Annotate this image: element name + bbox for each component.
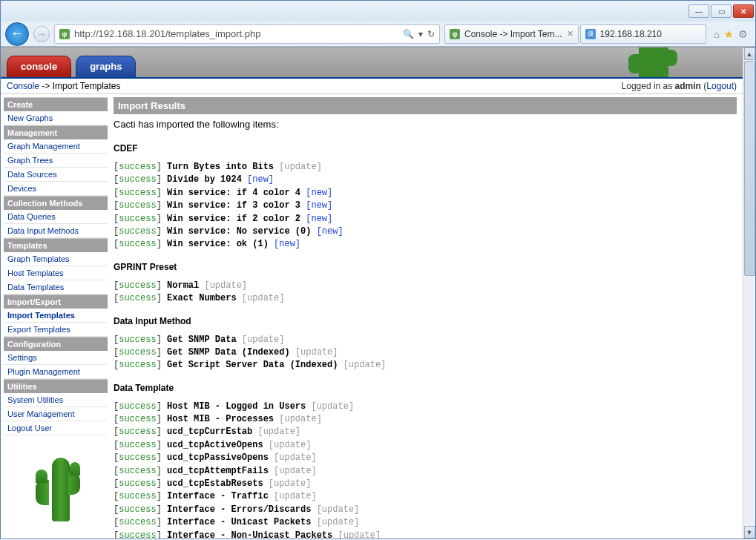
nav-header: Create (4, 97, 108, 111)
search-icon[interactable]: 🔍 (403, 29, 414, 39)
result-line: [success] Interface - Traffic [update] (114, 490, 737, 503)
current-user: admin (675, 81, 701, 91)
result-line: [success] Win service: if 3 color 3 [new… (114, 200, 737, 212)
nav-item-data-queries[interactable]: Data Queries (4, 210, 108, 224)
result-group-label: CDEF (114, 143, 737, 154)
address-bar: ← → ψ 🔍 ▾ ↻ ψ Console -> Import Tem... ✕… (1, 22, 755, 47)
main-area: CreateNew GraphsManagementGraph Manageme… (1, 94, 743, 539)
toolbar-right: ⌂ ★ ⚙ (711, 28, 751, 40)
browser-tab-1[interactable]: ψ Console -> Import Tem... ✕ (444, 24, 579, 44)
logged-in-label: Logged in as (622, 81, 675, 91)
page-viewport: console graphs Console -> Import Templat… (1, 47, 755, 539)
browser-tabs: ψ Console -> Import Tem... ✕ 缓 192.168.1… (444, 24, 706, 44)
titlebar: — ▭ ✕ (1, 1, 755, 22)
result-line: [success] Turn Bytes into Bits [update] (114, 161, 737, 174)
cacti-header: console graphs (1, 47, 743, 79)
nav-item-plugin-management[interactable]: Plugin Management (4, 365, 108, 379)
settings-icon[interactable]: ⚙ (738, 28, 748, 40)
result-line: [success] Win service: if 2 color 2 [new… (114, 213, 737, 225)
logout-link[interactable]: Logout (706, 81, 734, 91)
result-line: [success] Divide by 1024 [new] (114, 174, 737, 186)
refresh-icon[interactable]: ↻ (427, 29, 435, 39)
result-line: [success] Win service: No service (0) [n… (114, 225, 737, 238)
browser-window: — ▭ ✕ ← → ψ 🔍 ▾ ↻ ψ Console -> Import Te… (0, 0, 756, 539)
result-line: [success] Win service: ok (1) [new] (114, 238, 737, 251)
nav-item-settings[interactable]: Settings (4, 351, 108, 365)
result-line: [success] Get SNMP Data (Indexed) [updat… (114, 346, 737, 359)
paren-close: ) (734, 81, 737, 91)
nav-forward-button[interactable]: → (33, 26, 50, 42)
scroll-down-icon[interactable]: ▼ (744, 526, 755, 539)
section-title: Import Results (114, 97, 737, 114)
result-line: [success] Host MIB - Processes [update] (114, 413, 737, 426)
nav-item-new-graphs[interactable]: New Graphs (4, 111, 108, 125)
nav-item-data-templates[interactable]: Data Templates (4, 280, 108, 294)
nav-header: Collection Methods (4, 196, 108, 210)
result-group-label: Data Template (114, 383, 737, 393)
nav-item-import-templates[interactable]: Import Templates (4, 309, 108, 323)
nav-item-user-management[interactable]: User Management (4, 407, 108, 421)
url-dropdown-icon[interactable]: ▾ (418, 29, 423, 39)
nav-header: Utilities (4, 379, 108, 393)
result-line: [success] Interface - Errors/Discards [u… (114, 504, 737, 516)
nav-item-graph-management[interactable]: Graph Management (4, 139, 108, 154)
scroll-up-icon[interactable]: ▲ (744, 47, 755, 60)
result-line: [success] Win service: if 4 color 4 [new… (114, 187, 737, 200)
scroll-thumb[interactable] (744, 61, 755, 276)
browser-tab-2[interactable]: 缓 192.168.18.210 (580, 24, 706, 44)
cacti-logo-icon (30, 450, 82, 524)
result-line: [success] Host MIB - Logged in Users [up… (114, 401, 737, 413)
result-list: [success] Normal [update][success] Exact… (114, 280, 737, 306)
generic-favicon-icon: 缓 (585, 29, 596, 39)
minimize-button[interactable]: — (688, 4, 709, 18)
nav-item-graph-templates[interactable]: Graph Templates (4, 252, 108, 266)
result-line: [success] Get SNMP Data [update] (114, 334, 737, 346)
nav-item-data-sources[interactable]: Data Sources (4, 168, 108, 182)
nav-item-host-templates[interactable]: Host Templates (4, 266, 108, 280)
browser-tab-2-label: 192.168.18.210 (600, 29, 662, 39)
nav-item-devices[interactable]: Devices (4, 182, 108, 196)
maximize-button[interactable]: ▭ (711, 4, 732, 18)
scrollbar[interactable]: ▲ ▼ (743, 47, 755, 539)
result-line: [success] Exact Numbers [update] (114, 292, 737, 305)
close-button[interactable]: ✕ (733, 4, 754, 18)
tab-graphs[interactable]: graphs (76, 56, 136, 77)
intro-text: Cacti has imported the following items: (114, 114, 737, 139)
result-group-label: GPRINT Preset (114, 262, 737, 272)
result-list: [success] Host MIB - Logged in Users [up… (114, 401, 737, 539)
page-content: console graphs Console -> Import Templat… (1, 47, 743, 539)
breadcrumb-console[interactable]: Console (7, 81, 39, 91)
nav-item-system-utilities[interactable]: System Utilities (4, 393, 108, 407)
url-box: ψ 🔍 ▾ ↻ (54, 24, 440, 44)
nav-item-export-templates[interactable]: Export Templates (4, 323, 108, 337)
nav-item-logout-user[interactable]: Logout User (4, 421, 108, 435)
breadcrumb: Console -> Import Templates Logged in as… (1, 79, 743, 94)
nav-header: Templates (4, 238, 108, 252)
result-line: [success] ucd_tcpAttemptFails [update] (114, 465, 737, 478)
nav-header: Management (4, 125, 108, 139)
result-line: [success] Interface - Unicast Packets [u… (114, 516, 737, 529)
result-group-label: Data Input Method (114, 316, 737, 326)
result-line: [success] Normal [update] (114, 280, 737, 292)
tab-close-icon[interactable]: ✕ (567, 29, 573, 39)
tab-console[interactable]: console (7, 56, 71, 77)
nav-item-graph-trees[interactable]: Graph Trees (4, 154, 108, 168)
sidenav: CreateNew GraphsManagementGraph Manageme… (1, 94, 111, 539)
result-line: [success] ucd_tcpActiveOpens [update] (114, 439, 737, 452)
login-status: Logged in as admin (Logout) (622, 81, 737, 91)
url-input[interactable] (74, 28, 398, 39)
nav-item-data-input-methods[interactable]: Data Input Methods (4, 224, 108, 238)
cacti-favicon: ψ (59, 29, 70, 39)
result-line: [success] Get Script Server Data (Indexe… (114, 359, 737, 372)
nav-back-button[interactable]: ← (5, 22, 29, 46)
result-line: [success] Interface - Non-Unicast Packet… (114, 530, 737, 539)
breadcrumb-arrow: -> (39, 81, 53, 91)
nav-header: Configuration (4, 337, 108, 351)
breadcrumb-current: Import Templates (53, 81, 121, 91)
window-controls: — ▭ ✕ (688, 4, 754, 18)
result-line: [success] ucd_tcpEstabResets [update] (114, 478, 737, 490)
favorites-icon[interactable]: ★ (724, 28, 734, 40)
content-column: Import Results Cacti has imported the fo… (111, 94, 743, 539)
result-line: [success] ucd_tcpPassiveOpens [update] (114, 452, 737, 464)
home-icon[interactable]: ⌂ (714, 28, 720, 40)
